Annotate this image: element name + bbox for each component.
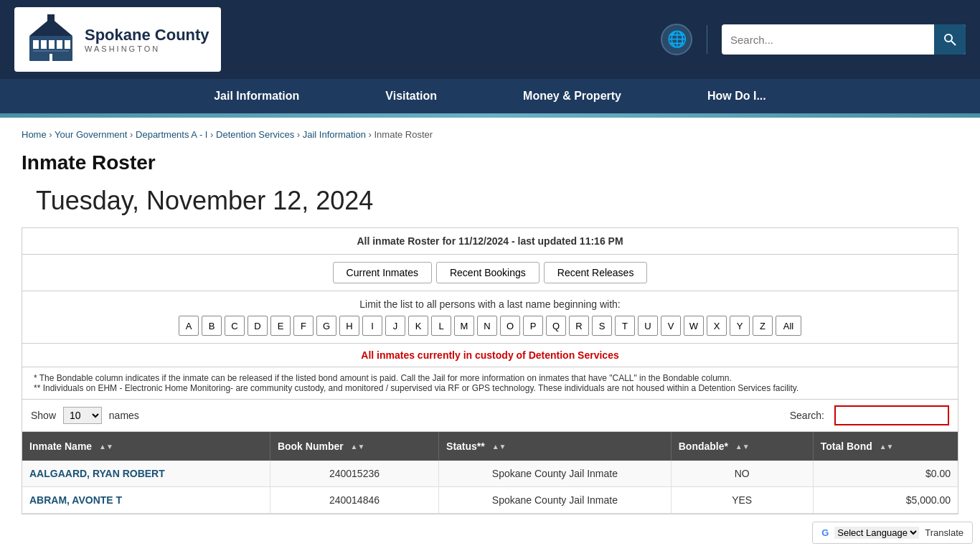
nav-money-property[interactable]: Money & Property — [480, 79, 664, 113]
breadcrumb-jail-information[interactable]: Jail Information — [303, 129, 366, 140]
search-button[interactable] — [934, 24, 966, 55]
tab-current-inmates[interactable]: Current Inmates — [333, 262, 432, 283]
col-status: Status** ▲▼ — [439, 432, 672, 461]
sort-icon-status[interactable]: ▲▼ — [492, 443, 507, 451]
filter-letter-Q[interactable]: Q — [546, 316, 566, 336]
svg-rect-9 — [33, 50, 69, 52]
filter-letter-T[interactable]: T — [615, 316, 635, 336]
breadcrumb-your-government[interactable]: Your Government — [55, 129, 127, 140]
filter-letter-C[interactable]: C — [225, 316, 245, 336]
search-label: Search: — [790, 410, 824, 421]
filter-letter-all[interactable]: All — [776, 316, 801, 336]
inmate-name-link[interactable]: AALGAARD, RYAN ROBERT — [29, 468, 165, 479]
cell-book-number: 240014846 — [270, 487, 438, 514]
filter-letter-S[interactable]: S — [592, 316, 612, 336]
main-nav: Jail Information Visitation Money & Prop… — [0, 79, 980, 113]
note1: * The Bondable column indicates if the i… — [34, 373, 946, 383]
show-search-row: Show 10 25 50 100 names Search: — [22, 400, 958, 432]
filter-letter-J[interactable]: J — [385, 316, 405, 336]
alert-text: All inmates currently in custody of Dete… — [22, 344, 958, 367]
sort-icon-name[interactable]: ▲▼ — [99, 443, 113, 451]
nav-visitation[interactable]: Visitation — [342, 79, 480, 113]
col-total-bond: Total Bond ▲▼ — [813, 432, 958, 461]
filter-letter-R[interactable]: R — [569, 316, 589, 336]
names-label: names — [109, 410, 139, 421]
google-translate-widget: G Select Language English Spanish French… — [812, 522, 973, 543]
filter-letter-H[interactable]: H — [339, 316, 359, 336]
nav-jail-information[interactable]: Jail Information — [171, 79, 342, 113]
breadcrumb-current: Inmate Roster — [374, 129, 433, 140]
roster-wrapper: All inmate Roster for 11/12/2024 - last … — [22, 227, 958, 514]
nav-how-do-i[interactable]: How Do I... — [664, 79, 809, 113]
breadcrumb-detention-services[interactable]: Detention Services — [216, 129, 294, 140]
tab-recent-bookings[interactable]: Recent Bookings — [436, 262, 540, 283]
col-book-number: Book Number ▲▼ — [270, 432, 438, 461]
svg-rect-4 — [57, 40, 62, 49]
search-icon — [943, 33, 956, 46]
show-label: Show — [31, 410, 56, 421]
date-display: Tuesday, November 12, 2024 — [22, 186, 958, 216]
filter-letter-F[interactable]: F — [293, 316, 314, 336]
filter-letter-P[interactable]: P — [523, 316, 543, 336]
filter-letter-A[interactable]: A — [179, 316, 199, 336]
logo-text: Spokane County WASHINGTON — [85, 26, 209, 53]
main-content: Inmate Roster Tuesday, November 12, 2024… — [0, 151, 980, 543]
breadcrumb: Home › Your Government › Departments A -… — [0, 118, 980, 151]
breadcrumb-departments[interactable]: Departments A - I — [136, 129, 207, 140]
filter-letter-I[interactable]: I — [362, 316, 382, 336]
table-search-input[interactable] — [834, 405, 949, 425]
filter-letter-Y[interactable]: Y — [730, 316, 750, 336]
svg-rect-7 — [47, 14, 55, 22]
county-name: Spokane County — [85, 26, 209, 44]
filter-letter-W[interactable]: W — [684, 316, 704, 336]
filter-letter-E[interactable]: E — [270, 316, 291, 336]
courthouse-icon — [26, 14, 76, 65]
breadcrumb-home[interactable]: Home — [22, 129, 47, 140]
svg-rect-5 — [65, 40, 70, 49]
search-input[interactable] — [722, 34, 934, 46]
cell-status: Spokane County Jail Inmate — [439, 487, 672, 514]
filter-letter-L[interactable]: L — [431, 316, 451, 336]
inmate-name-link[interactable]: ABRAM, AVONTE T — [29, 494, 122, 506]
sort-icon-book[interactable]: ▲▼ — [351, 443, 365, 451]
header-divider — [707, 25, 707, 54]
filter-letter-Z[interactable]: Z — [753, 316, 773, 336]
cell-bondable: YES — [671, 487, 813, 514]
svg-rect-3 — [49, 40, 55, 49]
svg-line-11 — [951, 41, 956, 45]
show-select[interactable]: 10 25 50 100 — [63, 407, 102, 424]
table-header-row: Inmate Name ▲▼ Book Number ▲▼ Status** ▲… — [22, 432, 958, 461]
language-select[interactable]: Select Language English Spanish French — [834, 527, 919, 539]
filter-letter-U[interactable]: U — [638, 316, 658, 336]
letter-filter: A B C D E F G H I J K L M N O P Q R S T — [29, 316, 951, 336]
filter-letter-D[interactable]: D — [248, 316, 268, 336]
table-row: ABRAM, AVONTE T 240014846 Spokane County… — [22, 487, 958, 514]
sort-icon-bondable[interactable]: ▲▼ — [735, 443, 750, 451]
globe-icon[interactable]: 🌐 — [661, 24, 692, 55]
filter-letter-X[interactable]: X — [707, 316, 727, 336]
notes-section: * The Bondable column indicates if the i… — [22, 367, 958, 400]
col-bondable: Bondable* ▲▼ — [671, 432, 813, 461]
filter-row: Limit the list to all persons with a las… — [22, 291, 958, 344]
header-right: 🌐 — [661, 24, 966, 55]
filter-letter-V[interactable]: V — [661, 316, 681, 336]
filter-letter-M[interactable]: M — [454, 316, 474, 336]
site-header: Spokane County WASHINGTON 🌐 — [0, 0, 980, 79]
filter-letter-N[interactable]: N — [477, 316, 497, 336]
svg-rect-1 — [33, 40, 39, 49]
filter-letter-B[interactable]: B — [202, 316, 222, 336]
filter-letter-O[interactable]: O — [500, 316, 520, 336]
google-logo: G — [821, 527, 829, 538]
cell-total-bond: $5,000.00 — [813, 487, 958, 514]
search-box — [722, 24, 966, 55]
tab-recent-releases[interactable]: Recent Releases — [544, 262, 648, 283]
cell-total-bond: $0.00 — [813, 461, 958, 487]
filter-letter-G[interactable]: G — [316, 316, 336, 336]
table-search: Search: — [790, 405, 949, 425]
inmate-table: Inmate Name ▲▼ Book Number ▲▼ Status** ▲… — [22, 432, 958, 514]
note2: ** Individuals on EHM - Electronic Home … — [34, 383, 946, 393]
translate-label: Translate — [925, 527, 963, 538]
filter-letter-K[interactable]: K — [408, 316, 428, 336]
sort-icon-bond[interactable]: ▲▼ — [880, 443, 894, 451]
roster-tabs: Current Inmates Recent Bookings Recent R… — [22, 255, 958, 291]
